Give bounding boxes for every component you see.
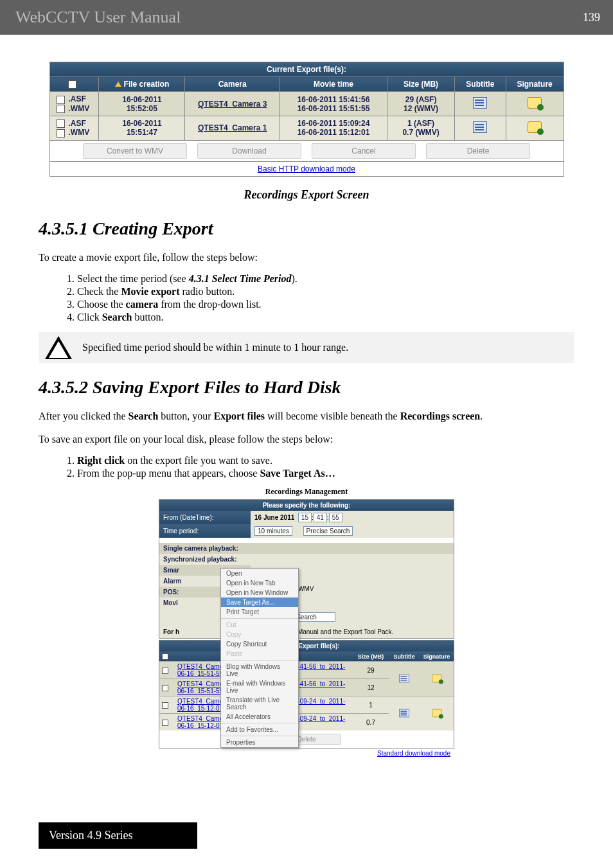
created-date: 16-06-2011 (122, 119, 161, 128)
signature-icon[interactable] (432, 674, 441, 682)
col-signature[interactable]: Signature (506, 77, 563, 92)
warning-icon (45, 336, 72, 359)
subtitle-icon[interactable] (399, 674, 409, 682)
row-checkbox[interactable] (57, 96, 65, 104)
sec-input[interactable]: 55 (329, 513, 342, 522)
for-h-label: For h (163, 628, 179, 635)
col-subtitle[interactable]: Subtitle (389, 651, 420, 661)
size-wmv: 12 (WMV) (404, 104, 438, 113)
row-checkbox[interactable] (162, 668, 168, 674)
ctx-email[interactable]: E-mail with Windows Live (221, 678, 298, 695)
ctx-translate[interactable]: Translate with Live Search (221, 695, 298, 712)
precise-search-button[interactable]: Precise Search (303, 526, 353, 536)
note-box: Specified time period should be within 1… (39, 332, 574, 363)
basic-http-link[interactable]: Basic HTTP download mode (258, 164, 355, 173)
sort-icon (115, 82, 121, 87)
nested-screenshot: Recordings Management Please specify the… (159, 487, 454, 758)
steps-list: Right click on the export file you want … (39, 455, 574, 479)
cancel-button[interactable]: Cancel (312, 143, 416, 159)
subtitle-icon[interactable] (473, 97, 487, 109)
row-checkbox[interactable] (57, 120, 65, 128)
ctx-copy: Copy (221, 630, 298, 639)
delete-button[interactable]: Delete (426, 143, 530, 159)
convert-button[interactable]: Convert to WMV (83, 143, 187, 159)
note-text: Specified time period should be within 1… (82, 341, 348, 355)
camera-link[interactable]: QTEST4_Camera 1 (198, 123, 267, 132)
page-number: 139 (583, 11, 600, 24)
col-signature[interactable]: Signature (420, 651, 454, 661)
table-row: .ASF .WMV 16-06-201115:51:47 QTEST4_Came… (49, 116, 564, 140)
camera-link[interactable]: QTEST4_Camera 3 (198, 100, 267, 109)
col-checkbox[interactable] (159, 651, 175, 661)
size-asf: 29 (ASF) (405, 95, 437, 104)
ctx-new-tab[interactable]: Open in New Tab (221, 578, 298, 588)
subtitle-icon[interactable] (473, 121, 487, 133)
signature-icon[interactable] (528, 97, 542, 109)
size-asf: 1 (ASF) (407, 119, 434, 128)
ctx-copy-shortcut[interactable]: Copy Shortcut (221, 639, 298, 649)
table-row: .ASF .WMV 16-06-201115:52:05 QTEST4_Came… (49, 92, 564, 116)
hour-input[interactable]: 15 (298, 513, 312, 522)
list-item: Check the Movie export radio button. (77, 286, 574, 297)
file-size: 12 (353, 679, 389, 696)
movie-to: 16-06-2011 15:12:01 (298, 128, 370, 137)
col-file-creation[interactable]: File creation (99, 77, 185, 92)
export-table: Current Export file(s): File creation Ca… (49, 62, 564, 177)
row-checkbox[interactable] (57, 105, 65, 113)
format-label: .WMV (69, 128, 90, 137)
col-size[interactable]: Size (MB) (353, 651, 389, 661)
size-wmv: 0.7 (WMV) (402, 128, 439, 137)
col-subtitle[interactable]: Subtitle (455, 77, 506, 92)
list-item: Select the time period (see 4.3.1 Select… (77, 273, 574, 285)
min-input[interactable]: 41 (314, 513, 327, 522)
col-checkbox[interactable] (49, 77, 99, 92)
current-export-header: Current Export file(s): (159, 641, 454, 652)
list-item: Click Search button. (77, 312, 574, 323)
col-size[interactable]: Size (MB) (387, 77, 455, 92)
row-checkbox[interactable] (57, 129, 65, 137)
format-label: .WMV (69, 104, 90, 113)
header-bar: WebCCTV User Manual 139 (0, 0, 613, 35)
movie-from: 16-06-2011 15:41:56 (298, 95, 370, 104)
created-time: 15:52:05 (127, 104, 157, 113)
ctx-properties[interactable]: Properties (221, 738, 298, 747)
format-label: .ASF (69, 94, 86, 103)
context-menu: Open Open in New Tab Open in New Window … (220, 568, 299, 748)
created-time: 15:51:47 (127, 128, 157, 137)
section-heading: 4.3.5.2 Saving Export Files to Hard Disk (39, 377, 574, 398)
footer-version: Version 4.9 Series (39, 822, 197, 849)
list-item: From the pop-up menu that appears, choos… (77, 468, 574, 479)
row-checkbox[interactable] (162, 720, 168, 726)
export-table-title: Current Export file(s): (49, 62, 564, 76)
ctx-blog[interactable]: Blog with Windows Live (221, 662, 298, 678)
tool-pack-link[interactable]: Export Tool Pack (344, 628, 392, 635)
timeperiod-select[interactable]: 10 minutes (254, 526, 292, 536)
movie-to: 16-06-2011 15:51:55 (298, 104, 370, 113)
ctx-print-target[interactable]: Print Target (221, 607, 298, 617)
ctx-new-window[interactable]: Open in New Window (221, 588, 298, 598)
file-size: 29 (353, 662, 389, 679)
signature-icon[interactable] (432, 709, 441, 717)
file-size: 0.7 (353, 714, 389, 731)
nested-title: Recordings Management (159, 487, 454, 497)
ctx-accelerators[interactable]: All Accelerators (221, 712, 298, 722)
ctx-add-favorites[interactable]: Add to Favorites... (221, 725, 298, 734)
ctx-cut: Cut (221, 620, 298, 630)
body-text: After you clicked the Search button, you… (39, 409, 574, 423)
std-download-link[interactable]: Standard download mode (377, 750, 450, 757)
signature-icon[interactable] (528, 121, 542, 133)
list-item: Right click on the export file you want … (77, 455, 574, 466)
format-label: .ASF (69, 119, 86, 128)
col-movie-time[interactable]: Movie time (280, 77, 387, 92)
row-checkbox[interactable] (162, 702, 168, 709)
row-checkbox[interactable] (162, 685, 168, 691)
ctx-save-target-as[interactable]: Save Target As... (221, 598, 298, 607)
single-playback-label: Single camera playback: (159, 543, 454, 554)
ctx-open[interactable]: Open (221, 569, 298, 578)
doc-title: WebCCTV User Manual (15, 8, 181, 27)
col-camera[interactable]: Camera (185, 77, 280, 92)
download-button[interactable]: Download (197, 143, 301, 159)
section-heading: 4.3.5.1 Creating Export (39, 218, 574, 239)
subtitle-icon[interactable] (399, 709, 409, 717)
ctx-paste: Paste (221, 649, 298, 659)
